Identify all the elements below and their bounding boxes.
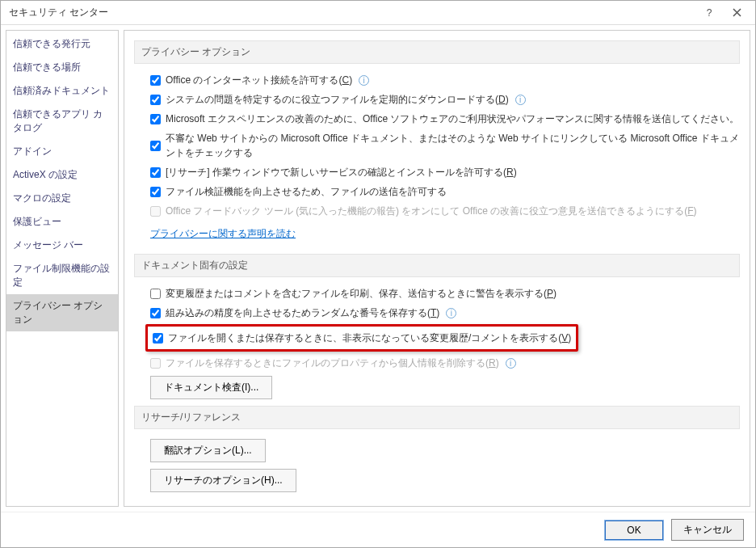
checkbox-file-validation[interactable] — [150, 187, 161, 197]
help-button[interactable]: ? — [695, 3, 723, 23]
opt-download-files: システムの問題を特定するのに役立つファイルを定期的にダウンロードする(D) i — [134, 90, 740, 109]
section-doc-specific: ドキュメント固有の設定 — [134, 254, 740, 277]
checkbox-remove-personal-info — [150, 358, 161, 369]
sidebar-item-trusted-publishers[interactable]: 信頼できる発行元 — [6, 32, 118, 56]
opt-check-suspicious: 不審な Web サイトからの Microsoft Office ドキュメント、ま… — [134, 129, 740, 162]
checkbox-download-files[interactable] — [150, 95, 161, 105]
document-inspector-button[interactable]: ドキュメント検査(I)... — [150, 376, 272, 399]
info-icon[interactable]: i — [359, 75, 369, 86]
dialog-footer: OK キャンセル — [1, 512, 755, 547]
sidebar-item-message-bar[interactable]: メッセージ バー — [6, 234, 118, 257]
opt-send-usage: Microsoft エクスペリエンスの改善のために、Office ソフトウェアの… — [134, 109, 740, 129]
title-bar: セキュリティ センター ? — [1, 1, 755, 25]
opt-show-hidden-revisions: ファイルを開くまたは保存するときに、非表示になっている変更履歴/コメントを表示す… — [148, 328, 571, 348]
sidebar-item-protected-view[interactable]: 保護ビュー — [6, 210, 118, 234]
cancel-button[interactable]: キャンセル — [671, 519, 744, 541]
info-icon[interactable]: i — [446, 308, 456, 318]
sidebar-item-addins[interactable]: アドイン — [6, 140, 118, 163]
research-options-button[interactable]: リサーチのオプション(H)... — [150, 469, 296, 492]
checkbox-warn-on-print[interactable] — [150, 289, 161, 299]
dialog-body: 信頼できる発行元 信頼できる場所 信頼済みドキュメント 信頼できるアプリ カタロ… — [1, 25, 755, 512]
opt-warn-on-print: 変更履歴またはコメントを含むファイルを印刷、保存、送信するときに警告を表示する(… — [134, 284, 740, 303]
checkbox-check-suspicious[interactable] — [150, 141, 161, 151]
checkbox-show-hidden-revisions[interactable] — [153, 333, 163, 344]
opt-store-random: 組み込みの精度を向上させるためランダムな番号を保存する(T) i — [134, 303, 740, 322]
checkbox-store-random[interactable] — [150, 308, 161, 318]
privacy-statement-link[interactable]: プライバシーに関する声明を読む — [150, 227, 296, 241]
close-button[interactable] — [723, 3, 750, 23]
window-title: セキュリティ センター — [9, 6, 695, 19]
opt-remove-personal-info: ファイルを保存するときにファイルのプロパティから個人情報を削除する(R) i — [134, 353, 740, 373]
highlighted-option: ファイルを開くまたは保存するときに、非表示になっている変更履歴/コメントを表示す… — [145, 324, 578, 352]
sidebar-item-file-block[interactable]: ファイル制限機能の設定 — [6, 257, 118, 294]
info-icon[interactable]: i — [515, 95, 526, 105]
opt-research-services: [リサーチ] 作業ウィンドウで新しいサービスの確認とインストールを許可する(R) — [134, 162, 740, 182]
sidebar-item-trusted-app-catalogs[interactable]: 信頼できるアプリ カタログ — [6, 103, 118, 140]
checkbox-allow-internet[interactable] — [150, 75, 161, 86]
sidebar-item-activex[interactable]: ActiveX の設定 — [6, 163, 118, 187]
sidebar-item-macro[interactable]: マクロの設定 — [6, 187, 118, 210]
opt-feedback-tool: Office フィードバック ツール (気に入った機能の報告) をオンにして O… — [134, 201, 740, 221]
section-research: リサーチ/リファレンス — [134, 406, 740, 429]
checkbox-feedback-tool — [150, 206, 161, 217]
sidebar-item-trusted-locations[interactable]: 信頼できる場所 — [6, 56, 118, 79]
checkbox-research-services[interactable] — [150, 167, 161, 178]
sidebar-item-privacy-options[interactable]: プライバシー オプション — [6, 294, 118, 331]
sidebar-item-trusted-documents[interactable]: 信頼済みドキュメント — [6, 79, 118, 103]
opt-allow-internet: Office のインターネット接続を許可する(C) i — [134, 70, 740, 90]
checkbox-send-usage[interactable] — [150, 114, 161, 124]
category-sidebar: 信頼できる発行元 信頼できる場所 信頼済みドキュメント 信頼できるアプリ カタロ… — [6, 30, 119, 507]
ok-button[interactable]: OK — [605, 521, 663, 540]
content-panel: プライバシー オプション Office のインターネット接続を許可する(C) i… — [124, 30, 750, 507]
opt-file-validation: ファイル検証機能を向上させるため、ファイルの送信を許可する — [134, 182, 740, 201]
section-privacy-options: プライバシー オプション — [134, 40, 740, 64]
translation-options-button[interactable]: 翻訳オプション(L)... — [150, 439, 266, 462]
info-icon[interactable]: i — [506, 358, 516, 369]
